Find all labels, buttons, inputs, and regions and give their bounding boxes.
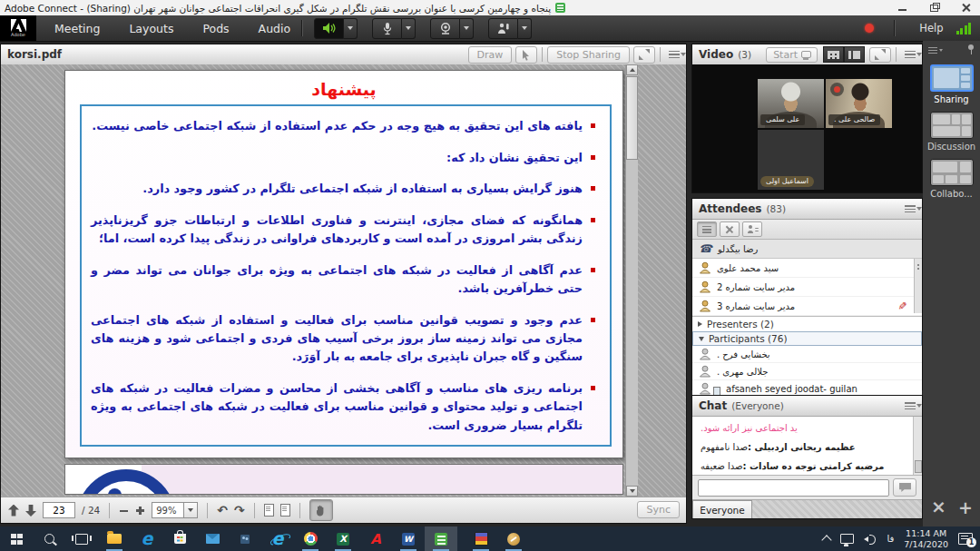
attendee-list-view-button[interactable] (697, 221, 717, 237)
winrar-button[interactable] (465, 526, 497, 551)
notification-icon[interactable]: 1 (958, 533, 973, 545)
scrollbar-thumb[interactable] (626, 76, 638, 160)
participants-group-row[interactable]: Participants (76) (692, 331, 922, 346)
redo-button[interactable] (234, 503, 245, 517)
filmstrip-view-button[interactable] (844, 46, 865, 63)
task-view-button[interactable] (65, 526, 98, 551)
presenters-group-row[interactable]: Presenters (2) (692, 317, 922, 331)
attendees-scrollbar[interactable] (914, 259, 922, 313)
store-button[interactable] (163, 526, 196, 551)
acrobat-button[interactable] (359, 526, 392, 551)
zoom-in-button[interactable] (135, 506, 145, 516)
share-pod-menu-button[interactable] (669, 51, 680, 58)
mail-button[interactable] (196, 526, 229, 551)
chat-scrollbar[interactable] (913, 417, 922, 475)
connection-status-icon[interactable] (956, 23, 972, 34)
attendee-row[interactable]: جلالی مهری . (692, 363, 922, 380)
zoom-dropdown[interactable] (184, 502, 198, 518)
adobe-connect-taskbar-button[interactable] (425, 526, 457, 551)
layout-item-collaboration[interactable]: Collabo... (923, 159, 980, 199)
webcam-dropdown[interactable] (460, 18, 474, 39)
minimize-button[interactable] (897, 3, 907, 13)
fit-width-button[interactable] (280, 504, 290, 517)
page-number-input[interactable] (43, 502, 75, 518)
pointer-tool-button[interactable] (515, 46, 537, 64)
undo-button[interactable] (217, 503, 228, 517)
fullscreen-button[interactable] (633, 46, 655, 64)
fit-page-button[interactable] (264, 504, 274, 517)
menu-item-audio[interactable]: Audio (259, 22, 291, 35)
breakout-view-button[interactable] (720, 221, 740, 237)
sync-button[interactable]: Sync (637, 501, 680, 518)
speaker-dropdown[interactable] (344, 18, 358, 39)
layout-thumbnail-collaboration[interactable] (930, 159, 974, 186)
webcam-button[interactable] (430, 18, 460, 39)
attendee-row[interactable]: سید محمد علوی (692, 259, 922, 278)
layout-item-discussion[interactable]: Discussion (923, 112, 980, 152)
people-button[interactable] (229, 526, 261, 551)
paint-app-button[interactable] (497, 526, 530, 551)
speaker-button[interactable] (314, 18, 344, 39)
zoom-out-button[interactable] (119, 506, 129, 516)
close-icon[interactable] (931, 499, 946, 517)
chat-pod-menu-button[interactable] (905, 402, 916, 409)
document-scrollbar[interactable] (625, 64, 638, 497)
start-webcam-button[interactable]: Start (766, 47, 818, 63)
layout-item-sharing[interactable]: Sharing (923, 64, 980, 104)
attendees-pod-menu-button[interactable] (905, 205, 916, 212)
video-pod-menu-button[interactable] (905, 51, 916, 58)
video-tile[interactable]: صالحی علی . (826, 79, 892, 128)
scrollbar-down-button[interactable] (626, 486, 638, 497)
start-button[interactable] (0, 526, 33, 551)
microphone-button[interactable] (372, 18, 402, 39)
previous-page-button[interactable] (8, 505, 19, 517)
word-button[interactable] (392, 526, 425, 551)
chat-tab-everyone[interactable]: Everyone (692, 500, 752, 518)
video-fullscreen-button[interactable] (869, 47, 891, 63)
attendee-row[interactable]: مدیر سایت شماره 2 (692, 278, 922, 297)
video-count: (3) (738, 49, 751, 60)
video-tile[interactable]: اسماعیل اولی (758, 130, 824, 190)
bullet-marker-icon (591, 386, 595, 390)
scrollbar-up-button[interactable] (626, 64, 638, 75)
layout-thumbnail-sharing[interactable] (930, 64, 974, 92)
add-icon[interactable] (958, 497, 973, 517)
clock[interactable]: 11:14 AM 7/14/2020 (904, 528, 948, 549)
chat-input[interactable] (698, 479, 889, 497)
attendee-row[interactable]: مدیر سایت شماره 3 (692, 297, 922, 316)
edge-button[interactable] (131, 526, 163, 551)
grid-view-button[interactable] (823, 46, 844, 63)
attendee-row[interactable]: بخشایی فرح . (692, 346, 922, 363)
excel-button[interactable] (327, 526, 359, 551)
next-page-button[interactable] (25, 505, 36, 517)
zoom-level-select[interactable]: 99% (152, 502, 198, 518)
pin-icon[interactable] (967, 44, 975, 55)
restore-button[interactable] (929, 3, 939, 13)
file-explorer-button[interactable] (98, 526, 131, 551)
network-icon[interactable] (840, 534, 854, 544)
video-tile[interactable]: علی سلمی (758, 79, 824, 128)
help-menu[interactable]: Help (919, 22, 943, 34)
layouts-menu-button[interactable] (928, 47, 937, 54)
toolbar-divider (660, 47, 661, 62)
menu-item-layouts[interactable]: Layouts (129, 22, 173, 35)
internet-explorer-button[interactable] (261, 526, 294, 551)
send-message-button[interactable] (893, 478, 916, 497)
volume-icon[interactable] (864, 534, 877, 545)
tray-expand-icon[interactable] (822, 535, 832, 545)
pan-tool-button[interactable] (309, 499, 333, 521)
menu-item-meeting[interactable]: Meeting (54, 22, 100, 35)
stop-sharing-button[interactable]: Stop Sharing (547, 46, 630, 64)
language-indicator[interactable]: فا (887, 534, 894, 544)
status-view-button[interactable] (742, 221, 762, 237)
layout-thumbnail-discussion[interactable] (930, 112, 974, 139)
search-button[interactable] (33, 526, 65, 551)
recording-indicator-icon (865, 24, 874, 33)
close-button[interactable] (961, 3, 971, 13)
raise-hand-button[interactable] (488, 18, 518, 39)
chrome-button[interactable] (294, 526, 327, 551)
menu-item-pods[interactable]: Pods (202, 22, 229, 35)
microphone-dropdown[interactable] (402, 18, 416, 39)
draw-button[interactable]: Draw (468, 46, 513, 64)
raise-hand-dropdown[interactable] (518, 18, 532, 39)
